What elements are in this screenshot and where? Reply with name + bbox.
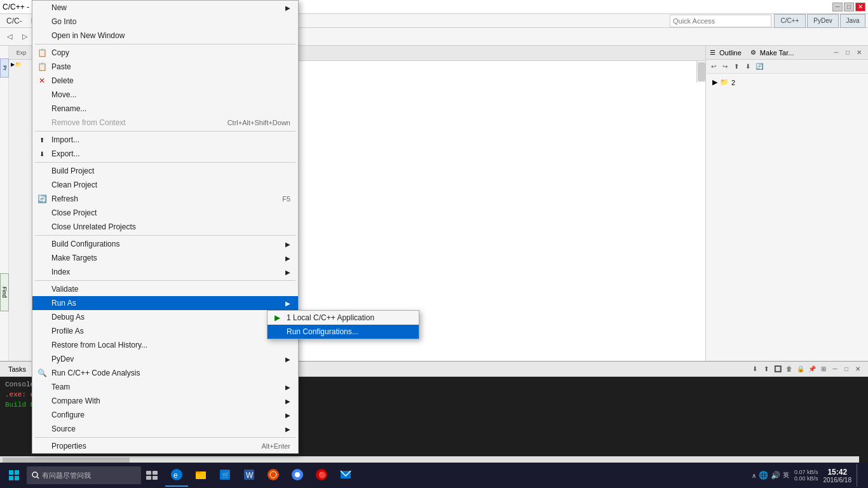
ctx-run-analysis[interactable]: 🔍 Run C/C++ Code Analysis (32, 366, 298, 380)
taskbar-app-email[interactable] (334, 464, 357, 487)
outline-btn-4[interactable]: ⬇ (743, 62, 753, 72)
editor-scrollbar[interactable] (696, 61, 705, 83)
ctx-make-targets[interactable]: Make Targets ▶ (32, 251, 298, 265)
network-icon: 🌐 (759, 471, 768, 480)
outline-label: 2 (731, 79, 735, 86)
outline-btn-1[interactable]: ↩ (709, 62, 719, 72)
start-button[interactable] (3, 464, 25, 487)
right-panel-min[interactable]: ─ (831, 48, 841, 57)
console-layout[interactable]: ⊞ (818, 364, 829, 374)
ctx-debug-as[interactable]: Debug As ▶ (32, 310, 298, 324)
ctx-restore-local[interactable]: Restore from Local History... (32, 338, 298, 352)
ctx-profile-as[interactable]: Profile As ▶ (32, 324, 298, 338)
console-btn-1[interactable]: ⬇ (750, 364, 760, 374)
taskbar-app-chrome[interactable] (286, 464, 309, 487)
ctx-source[interactable]: Source ▶ (32, 422, 298, 436)
import-icon: ⬆ (36, 134, 48, 146)
taskbar-app-1[interactable] (262, 464, 285, 487)
taskbar-app-word[interactable]: W (238, 464, 261, 487)
ctx-paste[interactable]: 📋 Paste (32, 60, 298, 74)
ctx-index[interactable]: Index ▶ (32, 265, 298, 279)
outline-btn-5[interactable]: 🔄 (754, 62, 764, 72)
console-clear[interactable]: 🗑 (784, 364, 794, 374)
editor-scrollbar-thumb[interactable] (698, 62, 705, 81)
ctx-export[interactable]: ⬇ Export... (32, 147, 298, 161)
ctx-clean-project[interactable]: Clean Project (32, 178, 298, 192)
ctx-sep-5 (35, 280, 295, 281)
outline-item-1[interactable]: ▶ 📁 2 (709, 76, 865, 88)
submenu-run-as: ▶ 1 Local C/C++ Application Run Configur… (267, 310, 419, 339)
clock[interactable]: 15:42 2016/6/18 (824, 468, 852, 484)
tasks-tab-btn[interactable]: Tasks (3, 363, 32, 375)
right-panel-close[interactable]: ✕ (854, 48, 864, 57)
taskbar-app-2[interactable]: 🔴 (310, 464, 333, 487)
quick-access-input[interactable] (670, 15, 771, 27)
context-menu: New ▶ Go Into Open in New Window 📋 Copy … (32, 0, 299, 454)
taskbar-app-edge[interactable]: e (165, 464, 188, 487)
console-min[interactable]: ─ (830, 365, 840, 374)
ctx-build-project[interactable]: Build Project (32, 164, 298, 178)
svg-text:W: W (246, 471, 254, 480)
toolbar-btn-1[interactable]: ◁ (3, 30, 17, 44)
project-tree: ▶ 📁 (9, 60, 34, 69)
chrome-icon (291, 468, 304, 481)
ctx-validate[interactable]: Validate (32, 282, 298, 296)
ctx-delete[interactable]: ✕ Delete (32, 74, 298, 88)
find-bar[interactable]: Find (0, 273, 9, 311)
ctx-refresh[interactable]: 🔄 Refresh F5 (32, 192, 298, 206)
submenu-local-cpp[interactable]: ▶ 1 Local C/C++ Application (268, 311, 419, 325)
close-button[interactable]: ✕ (855, 3, 865, 11)
ctx-goto[interactable]: Go Into (32, 15, 298, 29)
taskbar-app-store[interactable]: 🛒 (214, 464, 236, 487)
pydev-btn[interactable]: PyDev (807, 14, 839, 28)
cc-perspective-btn[interactable]: C/C++ (774, 14, 806, 28)
console-max[interactable]: □ (841, 365, 851, 374)
ctx-open-new-window[interactable]: Open in New Window (32, 29, 298, 43)
svg-rect-8 (146, 476, 151, 480)
ctx-sep-3 (35, 162, 295, 163)
ctx-pydev[interactable]: PyDev ▶ (32, 352, 298, 366)
java-btn[interactable]: Java (840, 14, 865, 28)
show-desktop-btn[interactable] (857, 464, 860, 487)
menu-item-cc[interactable]: C/C- (3, 15, 26, 27)
ctx-configure[interactable]: Configure ▶ (32, 408, 298, 422)
ctx-rename[interactable]: Rename... (32, 102, 298, 116)
date-display: 2016/6/18 (824, 477, 852, 484)
taskbar-apps: e 🛒 W (165, 464, 357, 487)
ctx-close-unrelated[interactable]: Close Unrelated Projects (32, 220, 298, 234)
speaker-icon[interactable]: 🔊 (771, 471, 780, 480)
submenu-run-configs[interactable]: Run Configurations... (268, 325, 419, 339)
ctx-compare-with[interactable]: Compare With ▶ (32, 394, 298, 408)
console-btn-3[interactable]: 🔲 (773, 364, 783, 374)
taskbar-app-explorer[interactable] (189, 464, 212, 487)
tray-arrow[interactable]: ∧ (752, 472, 756, 479)
outline-btn-2[interactable]: ↪ (720, 62, 730, 72)
ctx-copy[interactable]: 📋 Copy (32, 46, 298, 60)
console-btn-2[interactable]: ⬆ (761, 364, 771, 374)
ctx-move[interactable]: Move... (32, 88, 298, 102)
minimize-button[interactable]: ─ (832, 3, 843, 11)
task-view-btn[interactable] (142, 464, 161, 487)
project-root[interactable]: ▶ 📁 (10, 61, 32, 68)
project-explorer-tab[interactable]: Pr (0, 58, 9, 78)
ctx-import[interactable]: ⬆ Import... (32, 133, 298, 147)
ctx-run-as[interactable]: Run As ▶ (32, 296, 298, 310)
ctx-sep-2 (35, 131, 295, 132)
right-panel-max[interactable]: □ (843, 48, 853, 57)
console-close[interactable]: ✕ (853, 365, 863, 374)
toolbar-btn-2[interactable]: ▷ (18, 30, 32, 44)
outline-btn-3[interactable]: ⬆ (731, 62, 742, 72)
ctx-close-project[interactable]: Close Project (32, 206, 298, 220)
svg-rect-7 (153, 471, 158, 475)
svg-rect-0 (9, 470, 13, 475)
ctx-new[interactable]: New ▶ (32, 1, 298, 15)
maximize-button[interactable]: □ (844, 3, 854, 11)
lang-btn[interactable]: 英 (783, 471, 789, 480)
ctx-build-configs[interactable]: Build Configurations ▶ (32, 237, 298, 251)
taskbar-search[interactable]: 有问题尽管问我 (27, 466, 141, 484)
ctx-team[interactable]: Team ▶ (32, 380, 298, 394)
console-pin[interactable]: 📌 (807, 364, 817, 374)
ctx-sep-6 (35, 437, 295, 438)
console-scroll-lock[interactable]: 🔒 (796, 364, 806, 374)
ctx-properties[interactable]: Properties Alt+Enter (32, 439, 298, 453)
